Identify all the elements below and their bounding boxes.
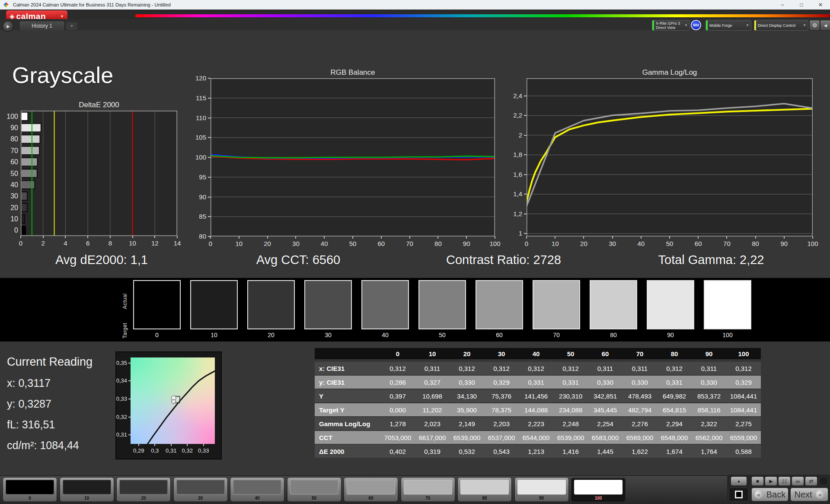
current-reading-cdm2: cd/m²: 1084,44 <box>7 439 79 452</box>
panel-up-button[interactable]: ▲ <box>731 476 747 486</box>
table-cell: 6559,000 <box>726 431 761 444</box>
patch-button-30[interactable]: 30 <box>173 477 228 502</box>
table-cell: 2,023 <box>415 417 450 430</box>
rgb-balance-ytick-label: 90 <box>187 193 206 201</box>
step-button[interactable]: [·] <box>778 476 791 486</box>
patch-swatch <box>233 480 281 494</box>
table-cell: 345,445 <box>588 403 622 416</box>
table-col-header: 80 <box>657 348 692 359</box>
close-button[interactable]: ✕ <box>811 0 830 10</box>
display-chevron-icon: ▼ <box>803 23 806 27</box>
stop-button[interactable]: ■ <box>751 476 764 486</box>
deltae-ytick-label: 0 <box>3 226 18 234</box>
patch-button-10[interactable]: 10 <box>60 477 114 502</box>
gray-swatch-90 <box>647 280 694 329</box>
table-cell: 0,532 <box>450 445 484 458</box>
refresh-icon: ⇄ <box>809 478 813 484</box>
stat-total-gamma: Total Gamma: 2,22 <box>658 253 764 267</box>
patch-swatch <box>460 480 509 494</box>
patch-swatch <box>517 480 566 494</box>
table-row-label: x: CIE31 <box>315 362 380 375</box>
next-button[interactable]: Next » <box>790 488 828 501</box>
stat-avg-cct: Avg CCT: 6560 <box>256 253 341 267</box>
patch-swatch <box>176 480 225 494</box>
pattern-window-button[interactable] <box>729 488 749 501</box>
deltae-xtick-label: 0 <box>19 239 22 247</box>
tab-history-1[interactable]: History 1 <box>19 21 65 31</box>
table-cell: 10,698 <box>415 389 450 402</box>
table-cell: 0,312 <box>380 362 415 375</box>
gamma-xtick-label: 10 <box>552 240 559 247</box>
gray-swatch-label: 40 <box>361 332 409 338</box>
loop-button[interactable]: ∞ <box>792 476 804 486</box>
table-cell: 6544,000 <box>519 431 553 444</box>
source-name: Mobile Forge <box>709 23 732 28</box>
refresh-button[interactable]: ⇄ <box>805 476 817 486</box>
minimize-button[interactable]: – <box>773 0 792 10</box>
patch-button-0[interactable]: 0 <box>3 477 57 502</box>
source-chevron-icon: ▼ <box>746 23 749 27</box>
gamma-ytick-label: 2,2 <box>503 112 522 119</box>
table-cell: 2,276 <box>622 417 657 430</box>
patch-button-20[interactable]: 20 <box>116 477 171 502</box>
table-row-label: Target Y <box>315 403 380 416</box>
back-button[interactable]: « Back <box>751 488 788 501</box>
patch-label: 0 <box>3 496 57 501</box>
gray-swatch-70 <box>533 280 580 329</box>
table-cell: 0,330 <box>622 376 657 389</box>
patch-label: 70 <box>401 496 455 501</box>
page-title: Grayscale <box>12 62 113 88</box>
settings-button[interactable]: ⚙ <box>809 20 820 31</box>
collapse-panel-button[interactable]: ◀ <box>820 20 830 31</box>
window-title: Calman 2024 Calman Ultimate for Business… <box>13 2 171 7</box>
deltae-xtick-label: 14 <box>174 239 181 247</box>
table-corner <box>315 348 380 359</box>
add-tab-button[interactable]: + <box>66 22 77 30</box>
app-icon <box>3 2 9 7</box>
table-cell: 0,286 <box>380 376 415 389</box>
patch-button-80[interactable]: 80 <box>457 477 512 502</box>
table-cell: 0,312 <box>657 362 692 375</box>
meter-status-bar <box>652 20 654 30</box>
display-control-dropdown[interactable]: Direct Display Control ▼ <box>754 20 808 31</box>
play-button[interactable]: ▶ <box>765 476 777 486</box>
source-dropdown[interactable]: Mobile Forge ▼ <box>706 20 751 31</box>
table-cell: 0,312 <box>553 362 588 375</box>
table-cell: 1,416 <box>553 445 588 458</box>
table-cell: 6537,000 <box>484 431 519 444</box>
patch-button-40[interactable]: 40 <box>230 477 284 502</box>
deltae-ytick-label: 80 <box>3 135 18 143</box>
meter-dropdown[interactable]: X-Rite i1Pro 3 Direct View ▼ <box>652 20 690 31</box>
gray-swatch-label: 100 <box>704 332 751 338</box>
gray-swatch-50 <box>418 280 466 329</box>
table-col-header: 100 <box>726 348 761 359</box>
deltae-xtick-label: 6 <box>86 239 89 247</box>
gray-swatch-label: 0 <box>133 332 181 338</box>
table-cell: 0,330 <box>588 376 622 389</box>
table-cell: 34,130 <box>450 389 484 402</box>
table-cell: 0,327 <box>415 376 450 389</box>
rgb-balance-ytick-label: 115 <box>187 94 206 102</box>
source-status-bar <box>706 20 708 30</box>
patch-button-70[interactable]: 70 <box>401 477 455 502</box>
rgb-balance-xtick-label: 10 <box>235 240 243 247</box>
table-cell: 0,311 <box>415 362 450 375</box>
cie-xtick-label: 0,33 <box>197 447 211 454</box>
patch-button-100[interactable]: 100 <box>571 477 626 502</box>
table-row-label: ΔE 2000 <box>315 445 380 458</box>
gray-swatch-label: 30 <box>304 332 352 338</box>
rgb-balance-ytick-label: 120 <box>187 74 206 82</box>
patch-button-50[interactable]: 50 <box>287 477 342 502</box>
deltae-xtick-label: 2 <box>42 239 45 247</box>
cie-ytick-label: 0,34 <box>115 377 127 384</box>
patch-label: 10 <box>60 496 114 501</box>
gamma-xtick-label: 50 <box>666 240 674 247</box>
maximize-button[interactable]: □ <box>792 0 811 10</box>
patch-button-60[interactable]: 60 <box>344 477 398 502</box>
patch-swatch <box>63 480 111 494</box>
back-arrow-icon: « <box>754 490 763 499</box>
patch-button-90[interactable]: 90 <box>514 477 569 502</box>
rgb-balance-xtick-label: 100 <box>489 240 500 247</box>
deltae-ytick-label: 50 <box>3 170 18 178</box>
layout-expand-button[interactable]: ▶ <box>3 21 14 32</box>
